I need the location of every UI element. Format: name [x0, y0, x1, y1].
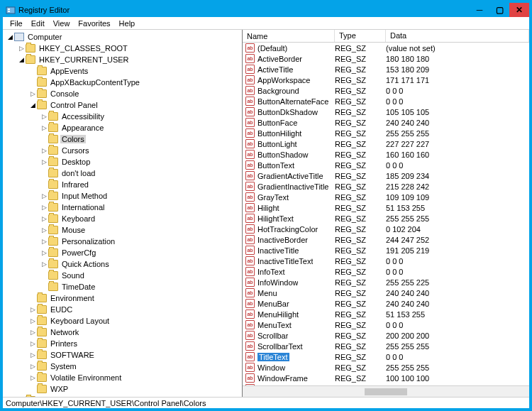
list-row[interactable]: abHilightText REG_SZ 255 255 255 — [243, 213, 529, 224]
tree-item[interactable]: WXP — [3, 383, 242, 395]
list-row[interactable]: abScrollbarText REG_SZ 255 255 255 — [243, 341, 529, 351]
chevron-down-icon[interactable]: ◢ — [17, 55, 26, 64]
tree-item[interactable]: ▷ System — [3, 361, 242, 372]
list-row[interactable]: abActiveTitle REG_SZ 153 180 209 — [243, 64, 529, 75]
list-row[interactable]: abGradientActiveTitle REG_SZ 185 209 234 — [243, 170, 529, 181]
chevron-right-icon[interactable]: ▷ — [40, 237, 48, 246]
minimize-button[interactable]: ─ — [470, 3, 489, 17]
tree-item[interactable]: AppXBackupContentType — [3, 77, 242, 88]
chevron-right-icon[interactable]: ▷ — [40, 124, 48, 132]
tree-item[interactable]: ▷ HKEY_CLASSES_ROOT — [3, 43, 242, 54]
tree-item[interactable]: ▷ Keyboard Layout — [3, 315, 242, 327]
tree-item[interactable]: ▷ Personalization — [3, 236, 242, 247]
tree-item[interactable]: ▷ Cursors — [3, 145, 242, 156]
list-row[interactable]: abWindowFrame REG_SZ 100 100 100 — [243, 373, 529, 383]
tree-item[interactable]: AppEvents — [3, 65, 242, 77]
menu-edit[interactable]: Edit — [27, 18, 49, 28]
horizontal-scrollbar[interactable] — [243, 385, 529, 397]
list-row[interactable]: abInactiveTitle REG_SZ 191 205 219 — [243, 245, 529, 256]
list-row[interactable]: abButtonShadow REG_SZ 160 160 160 — [243, 149, 529, 160]
chevron-right-icon[interactable]: ▷ — [40, 146, 48, 155]
tree-item[interactable]: Environment — [3, 292, 242, 304]
list-row[interactable]: abAppWorkspace REG_SZ 171 171 171 — [243, 75, 529, 85]
list-row[interactable]: abInfoWindow REG_SZ 255 255 225 — [243, 277, 529, 287]
tree-item[interactable]: ▷ Accessibility — [3, 111, 242, 122]
list-row[interactable]: abHotTrackingColor REG_SZ 0 102 204 — [243, 224, 529, 234]
tree-item[interactable]: ▷ Appearance — [3, 122, 242, 133]
tree-item[interactable]: ▷ International — [3, 202, 242, 213]
chevron-right-icon[interactable]: ▷ — [40, 248, 48, 257]
list-row[interactable]: abGrayText REG_SZ 109 109 109 — [243, 192, 529, 202]
list-row[interactable]: abScrollbar REG_SZ 200 200 200 — [243, 330, 529, 341]
chevron-right-icon[interactable]: ▷ — [28, 362, 37, 371]
list-row[interactable]: abGradientInactiveTitle REG_SZ 215 228 2… — [243, 181, 529, 192]
list-row[interactable]: ab(Default) REG_SZ (value not set) — [243, 43, 529, 53]
maximize-button[interactable]: ▢ — [489, 3, 509, 17]
list-row[interactable]: abMenuHilight REG_SZ 51 153 255 — [243, 309, 529, 319]
tree-item[interactable]: ▷ Printers — [3, 338, 242, 349]
tree-item[interactable]: ▷ Quick Actions — [3, 258, 242, 270]
list-row[interactable]: abMenu REG_SZ 240 240 240 — [243, 287, 529, 298]
chevron-right-icon[interactable]: ▷ — [40, 158, 48, 166]
header-name[interactable]: Name — [243, 30, 335, 42]
tree-item[interactable]: ◢ Control Panel — [3, 99, 242, 111]
chevron-right-icon[interactable]: ▷ — [17, 44, 26, 53]
list-row[interactable]: abHilight REG_SZ 51 153 255 — [243, 202, 529, 213]
tree-item[interactable]: ▷ Desktop — [3, 156, 242, 168]
list-row[interactable]: abInfoText REG_SZ 0 0 0 — [243, 266, 529, 277]
tree-item[interactable]: ◢ HKEY_CURRENT_USER — [3, 54, 242, 65]
chevron-down-icon[interactable]: ◢ — [28, 101, 37, 109]
tree-item[interactable]: ▷ EUDC — [3, 304, 242, 315]
header-type[interactable]: Type — [335, 30, 386, 42]
chevron-right-icon[interactable]: ▷ — [28, 339, 37, 348]
tree-pane[interactable]: ◢ Computer ▷ HKEY_CLASSES_ROOT ◢ HKEY_CU… — [3, 30, 243, 397]
chevron-right-icon[interactable]: ▷ — [40, 260, 48, 268]
header-data[interactable]: Data — [386, 30, 529, 42]
list-row[interactable]: abActiveBorder REG_SZ 180 180 180 — [243, 53, 529, 64]
tree-item[interactable]: ▷ Console — [3, 88, 242, 99]
menu-file[interactable]: File — [6, 18, 27, 28]
chevron-right-icon[interactable]: ▷ — [40, 226, 48, 234]
list-row[interactable]: abMenuText REG_SZ 0 0 0 — [243, 319, 529, 330]
tree-item[interactable]: Sound — [3, 270, 242, 281]
list-row[interactable]: abButtonAlternateFace REG_SZ 0 0 0 — [243, 96, 529, 106]
tree-item[interactable]: ◢ Computer — [3, 31, 242, 43]
list-row[interactable]: abButtonLight REG_SZ 227 227 227 — [243, 138, 529, 149]
menu-favorites[interactable]: Favorites — [74, 18, 114, 28]
list-row[interactable]: abButtonHilight REG_SZ 255 255 255 — [243, 128, 529, 138]
list-row[interactable]: abMenuBar REG_SZ 240 240 240 — [243, 298, 529, 309]
tree-item[interactable]: don't load — [3, 168, 242, 179]
menu-help[interactable]: Help — [115, 18, 140, 28]
tree-item[interactable]: Colors — [3, 133, 242, 145]
list-row[interactable]: abInactiveTitleText REG_SZ 0 0 0 — [243, 256, 529, 266]
tree-item[interactable]: ▷ PowerCfg — [3, 247, 242, 258]
list-row[interactable]: abTitleText REG_SZ 0 0 0 — [243, 351, 529, 362]
titlebar[interactable]: Registry Editor ─ ▢ ✕ — [3, 3, 529, 17]
chevron-down-icon[interactable]: ◢ — [6, 33, 14, 41]
chevron-right-icon[interactable]: ▷ — [40, 203, 48, 212]
list-row[interactable]: abButtonFace REG_SZ 240 240 240 — [243, 117, 529, 128]
chevron-right-icon[interactable]: ▷ — [28, 317, 37, 325]
close-button[interactable]: ✕ — [509, 3, 529, 17]
list-pane[interactable]: Name Type Data ab(Default) REG_SZ (value… — [243, 30, 529, 397]
tree-item[interactable]: TimeDate — [3, 281, 242, 292]
tree-item[interactable]: ▷ SOFTWARE — [3, 349, 242, 361]
list-row[interactable]: abInactiveBorder REG_SZ 244 247 252 — [243, 234, 529, 245]
chevron-right-icon[interactable]: ▷ — [28, 305, 37, 314]
chevron-right-icon[interactable]: ▷ — [40, 214, 48, 223]
tree-item[interactable]: ▷ Network — [3, 327, 242, 338]
tree-item[interactable]: ▷ Input Method — [3, 190, 242, 202]
tree-item[interactable]: Infrared — [3, 179, 242, 190]
tree-item[interactable]: ▷ Mouse — [3, 224, 242, 236]
chevron-right-icon[interactable]: ▷ — [40, 192, 48, 200]
menu-view[interactable]: View — [49, 18, 74, 28]
list-row[interactable]: abButtonDkShadow REG_SZ 105 105 105 — [243, 106, 529, 117]
tree-item[interactable]: ▷ Volatile Environment — [3, 372, 242, 383]
chevron-right-icon[interactable]: ▷ — [28, 351, 37, 359]
chevron-right-icon[interactable]: ▷ — [40, 112, 48, 121]
list-row[interactable]: abWindow REG_SZ 255 255 255 — [243, 362, 529, 373]
chevron-right-icon[interactable]: ▷ — [28, 89, 37, 98]
chevron-right-icon[interactable]: ▷ — [28, 373, 37, 382]
list-row[interactable]: abButtonText REG_SZ 0 0 0 — [243, 160, 529, 170]
tree-item[interactable]: ▷ Keyboard — [3, 213, 242, 224]
